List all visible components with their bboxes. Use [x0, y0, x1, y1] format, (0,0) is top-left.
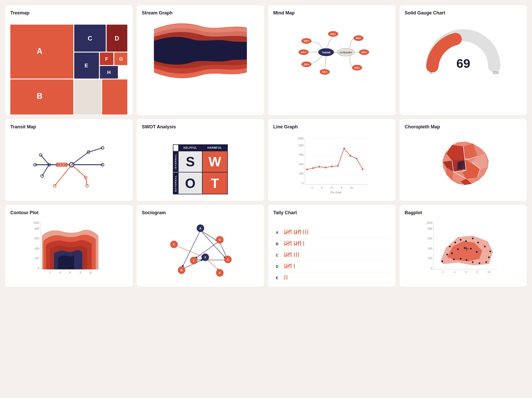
svg-text:X: X: [204, 256, 206, 259]
swot-o-cell: O: [178, 172, 202, 194]
svg-text:C: C: [173, 243, 175, 246]
swot-chart: HELPFUL HARMFUL INTERNAL S W EXTERNAL O …: [142, 134, 259, 205]
streamgraph-chart: [142, 20, 259, 82]
svg-point-206: [460, 258, 461, 259]
tally-marks-c: [281, 250, 390, 261]
bagplot-chart: 0 200 400 600 800 1000 2 4 6 8 10: [405, 220, 522, 281]
svg-text:IDEA: IDEA: [304, 63, 309, 66]
solidgauge-title: Solid Gauge Chart: [405, 10, 522, 16]
svg-line-153: [284, 241, 292, 245]
swot-harmful-header: HARMFUL: [202, 145, 227, 151]
svg-text:IDEA: IDEA: [331, 33, 336, 35]
svg-text:800: 800: [35, 227, 39, 230]
sociogram-card: Sociogram: [137, 205, 264, 287]
svg-point-191: [441, 260, 443, 262]
svg-line-114: [175, 245, 204, 257]
svg-point-205: [466, 259, 467, 261]
transitmap-card: Transit Map: [5, 119, 133, 201]
swot-table: HELPFUL HARMFUL INTERNAL S W EXTERNAL O …: [173, 144, 228, 194]
treemap-card: Treemap A B C D E F: [5, 5, 133, 115]
svg-text:800: 800: [299, 144, 303, 147]
mindmap-title: Mind Map: [273, 10, 390, 16]
svg-point-87: [312, 167, 314, 169]
svg-text:800: 800: [428, 227, 432, 230]
svg-text:200: 200: [299, 172, 303, 175]
tally-label-d: D: [273, 261, 281, 272]
tally-marks-b: [281, 238, 390, 250]
svg-text:400: 400: [299, 163, 303, 166]
svg-text:6: 6: [465, 270, 467, 273]
tally-card: Tally Chart A: [268, 205, 396, 287]
tally-row-d: D: [273, 261, 390, 272]
svg-text:6: 6: [331, 186, 333, 189]
linegraph-chart: 0 200 400 600 800 1000 2 4 6 8 10 Pie ch…: [273, 134, 390, 196]
tally-label-e: E: [273, 272, 281, 284]
tally-row-a: A: [273, 227, 390, 238]
tally-table: A: [273, 227, 390, 284]
svg-point-195: [460, 239, 461, 241]
svg-text:2: 2: [311, 186, 313, 189]
svg-text:6: 6: [69, 271, 71, 274]
svg-text:0: 0: [430, 71, 432, 75]
svg-point-194: [454, 242, 456, 243]
svg-text:H: H: [107, 70, 111, 75]
svg-text:C: C: [88, 35, 92, 42]
svg-text:400: 400: [428, 247, 432, 250]
svg-text:IDEA: IDEA: [361, 51, 367, 54]
linegraph-card: Line Graph 0 200 400 600 800 1000 2 4 6 …: [268, 119, 396, 201]
svg-point-203: [479, 262, 480, 264]
tally-row-e: E: [273, 272, 390, 284]
svg-text:A: A: [37, 47, 43, 56]
mindmap-card: Mind Map THEME CATEGORY IDEA IDEA: [268, 5, 396, 115]
bagplot-title: Bagplot: [405, 210, 522, 215]
svg-text:F: F: [105, 56, 108, 62]
svg-rect-16: [74, 79, 101, 114]
transitmap-chart: [10, 134, 127, 196]
svg-text:4: 4: [59, 271, 61, 274]
svg-text:600: 600: [299, 153, 303, 156]
svg-point-210: [464, 247, 465, 248]
svg-text:A: A: [199, 227, 201, 230]
tally-label-b: B: [273, 238, 281, 250]
svg-text:G: G: [119, 56, 123, 62]
tally-label-c: C: [273, 250, 281, 261]
svg-text:IDEA: IDEA: [356, 37, 361, 39]
svg-line-56: [72, 165, 86, 177]
svg-point-91: [337, 165, 339, 167]
choropleth-title: Choropleth Map: [405, 124, 522, 130]
svg-text:THEME: THEME: [322, 51, 331, 54]
swot-helpful-header: HELPFUL: [178, 145, 202, 151]
swot-external-label: EXTERNAL: [173, 172, 178, 194]
svg-text:10: 10: [350, 186, 353, 189]
swot-internal-label: INTERNAL: [173, 151, 178, 172]
svg-point-202: [485, 261, 487, 263]
tally-marks-a: [281, 227, 390, 238]
svg-text:B: B: [180, 269, 182, 272]
svg-text:E: E: [227, 258, 229, 261]
svg-point-90: [331, 165, 333, 167]
contour-card: Contour Plot 0 200 400 600 800 1000 2 4 …: [5, 205, 133, 287]
svg-text:IDEA: IDEA: [301, 51, 307, 54]
sociogram-title: Sociogram: [142, 210, 259, 215]
svg-text:400: 400: [35, 247, 39, 250]
tally-row-b: B: [273, 238, 390, 250]
svg-text:CATEGORY: CATEGORY: [340, 51, 352, 54]
svg-point-199: [484, 246, 486, 247]
svg-text:8: 8: [477, 270, 478, 273]
svg-text:1000: 1000: [297, 137, 303, 140]
svg-text:1000: 1000: [33, 221, 39, 224]
svg-point-207: [453, 259, 455, 260]
svg-text:Pie chart: Pie chart: [331, 191, 342, 194]
svg-text:0: 0: [38, 267, 39, 270]
svg-text:200: 200: [428, 257, 432, 260]
solidgauge-card: Solid Gauge Chart 69 0 200: [400, 5, 527, 115]
svg-text:B: B: [37, 92, 43, 101]
tally-row-c: C: [273, 250, 390, 261]
svg-point-201: [488, 256, 489, 258]
svg-point-95: [362, 168, 364, 170]
svg-text:10: 10: [487, 270, 490, 273]
svg-text:4: 4: [321, 186, 323, 189]
bagplot-card: Bagplot 0 200 400 600 800 1000 2 4 6 8 1…: [400, 205, 527, 287]
svg-point-88: [318, 166, 320, 168]
svg-point-209: [457, 248, 458, 250]
